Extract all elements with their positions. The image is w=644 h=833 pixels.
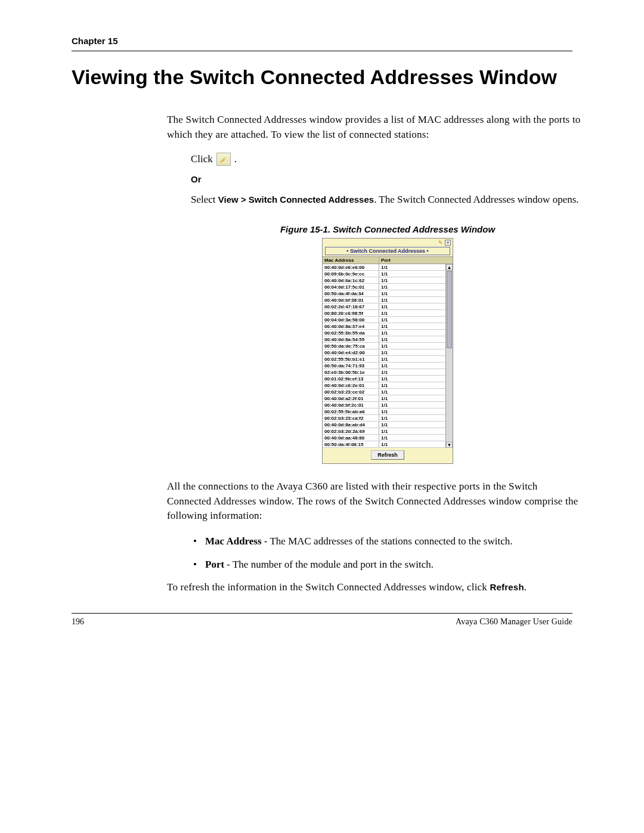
cell-port: 1/1 — [379, 428, 433, 434]
cell-mac: 00:40:0d:8a:37:e4 — [323, 323, 379, 329]
table-row[interactable]: 00:04:0d:17:5c:011/1 — [323, 284, 445, 290]
cell-port: 1/1 — [379, 323, 433, 329]
table-row[interactable]: 00:40:0d:6a:1c:621/1 — [323, 277, 445, 284]
cell-port: 1/1 — [379, 395, 433, 401]
table-row[interactable]: 00:50:da:de:75:ca1/1 — [323, 343, 445, 349]
cell-mac: 00:02:b3:2d:2a:69 — [323, 428, 379, 434]
table-row[interactable]: 00:40:0d:8a:54:551/1 — [323, 336, 445, 343]
table-row[interactable]: 00:09:6b:0c:9e:cc1/1 — [323, 271, 445, 277]
table-row[interactable]: 00:40:0d:c6:2e:011/1 — [323, 382, 445, 389]
cell-mac: 00:50:da:4f:da:34 — [323, 290, 379, 296]
cell-port: 1/1 — [379, 435, 433, 441]
table-row[interactable]: 00:02:55:5b:ab:a61/1 — [323, 408, 445, 415]
page-footer: 196 Avaya C360 Manager User Guide — [72, 617, 572, 627]
figure-caption: Figure 15-1. Switch Connected Addresses … — [191, 224, 584, 234]
menu-path: View > Switch Connected Addresses — [218, 194, 374, 205]
cell-mac: 00:40:0d:6a:1c:62 — [323, 277, 379, 283]
cell-mac: 02:e0:3b:00:5b:1e — [323, 369, 379, 375]
cell-port: 1/1 — [379, 356, 433, 362]
table-row[interactable]: 00:40:0d:8a:ab:d41/1 — [323, 422, 445, 428]
table-row[interactable]: 00:01:02:9b:ef:131/1 — [323, 376, 445, 382]
cell-mac: 00:04:0d:17:5c:01 — [323, 284, 379, 290]
table-row[interactable]: 00:40:0d:8a:37:e41/1 — [323, 323, 445, 330]
window-title-tab: • Switch Connected Addresses • — [325, 247, 450, 255]
table-row[interactable]: 00:40:0d:e4:d2:001/1 — [323, 349, 445, 356]
cell-mac: 00:80:20:c6:98:5f — [323, 310, 379, 316]
scroll-thumb[interactable] — [447, 271, 452, 348]
refresh-suffix: . — [524, 581, 527, 593]
click-instruction: Click . — [191, 153, 584, 166]
cell-port: 1/1 — [379, 402, 433, 408]
table-row[interactable]: 00:50:da:4f:08:151/1 — [323, 441, 445, 448]
bullet-term: Mac Address — [205, 535, 262, 547]
refresh-button[interactable]: Refresh — [371, 450, 404, 460]
cell-mac: 00:50:da:74:71:93 — [323, 363, 379, 368]
table-row[interactable]: 00:02:b3:23:ca:f21/1 — [323, 415, 445, 422]
figure-wrap: ✎ × • Switch Connected Addresses • Mac A… — [191, 238, 584, 464]
cell-mac: 00:04:0d:3a:58:00 — [323, 317, 379, 323]
close-icon[interactable]: × — [445, 240, 451, 246]
cell-mac: 00:40:0d:bf:2c:01 — [323, 402, 379, 408]
table-row[interactable]: 00:02:55:5b:b1:e11/1 — [323, 356, 445, 363]
table-row[interactable]: 00:02:b3:23:ce:021/1 — [323, 389, 445, 395]
cell-mac: 00:40:0d:e6:e6:00 — [323, 264, 379, 270]
table-row[interactable]: 00:40:0d:e6:e6:001/1 — [323, 264, 445, 271]
refresh-bold: Refresh — [490, 582, 524, 592]
table-header: Mac Address Port — [323, 256, 453, 264]
scrollbar[interactable]: ▲ ▼ — [445, 264, 453, 448]
cell-mac: 00:02:b3:23:ce:02 — [323, 389, 379, 395]
table-row[interactable]: 00:04:0d:3a:58:001/1 — [323, 317, 445, 323]
scroll-up-icon[interactable]: ▲ — [446, 264, 453, 270]
cell-mac: 00:01:02:9b:ef:13 — [323, 376, 379, 382]
cell-mac: 00:02:55:5b:ab:a6 — [323, 408, 379, 414]
refresh-paragraph: To refresh the information in the Switch… — [167, 580, 584, 595]
table-row[interactable]: 02:e0:3b:00:5b:1e1/1 — [323, 369, 445, 376]
cell-mac: 00:40:0d:e4:d2:00 — [323, 349, 379, 355]
cell-mac: 00:40:0d:8a:ab:d4 — [323, 422, 379, 428]
col-header-mac[interactable]: Mac Address — [323, 257, 379, 264]
col-header-port[interactable]: Port — [379, 257, 433, 264]
cell-port: 1/1 — [379, 271, 433, 277]
table-row[interactable]: 00:40:0d:bf:2c:011/1 — [323, 402, 445, 408]
cell-port: 1/1 — [379, 317, 433, 323]
header-rule — [72, 51, 572, 51]
cell-port: 1/1 — [379, 310, 433, 316]
cell-mac: 00:02:55:3b:55:da — [323, 330, 379, 336]
cell-port: 1/1 — [379, 382, 433, 388]
refresh-prefix: To refresh the information in the Switch… — [167, 581, 490, 593]
cell-port: 1/1 — [379, 369, 433, 375]
cell-port: 1/1 — [379, 389, 433, 395]
pin-icon[interactable]: ✎ — [438, 240, 444, 246]
table-row[interactable]: 00:80:20:c6:98:5f1/1 — [323, 310, 445, 317]
cell-port: 1/1 — [379, 415, 433, 421]
cell-port: 1/1 — [379, 284, 433, 290]
after-figure-paragraph: All the connections to the Avaya C360 ar… — [167, 479, 584, 524]
cell-port: 1/1 — [379, 349, 433, 355]
refresh-bar: Refresh — [323, 448, 453, 463]
guide-name: Avaya C360 Manager User Guide — [456, 617, 572, 627]
cell-port: 1/1 — [379, 264, 433, 270]
or-label: Or — [191, 174, 584, 184]
cell-mac: 00:40:0d:aa:48:80 — [323, 435, 379, 441]
select-instruction: Select View > Switch Connected Addresses… — [191, 193, 584, 208]
table-row[interactable]: 00:40:0d:aa:48:801/1 — [323, 435, 445, 441]
table-row[interactable]: 00:02:b3:2d:2a:691/1 — [323, 428, 445, 435]
footer-rule — [72, 613, 572, 614]
table-row[interactable]: 00:40:0d:bf:38:011/1 — [323, 297, 445, 304]
cell-mac: 00:02:b3:23:ca:f2 — [323, 415, 379, 421]
table-row[interactable]: 00:02:55:3b:55:da1/1 — [323, 330, 445, 336]
table-row[interactable]: 00:50:da:4f:da:341/1 — [323, 290, 445, 297]
cell-mac: 00:40:0d:bf:38:01 — [323, 297, 379, 303]
cell-port: 1/1 — [379, 336, 433, 342]
cell-port: 1/1 — [379, 441, 433, 447]
cell-port: 1/1 — [379, 343, 433, 349]
table-row[interactable]: 00:40:0d:a2:2f:011/1 — [323, 395, 445, 402]
table-row[interactable]: 00:50:da:74:71:931/1 — [323, 363, 445, 369]
cell-port: 1/1 — [379, 363, 433, 368]
table-row[interactable]: 00:02:2d:47:18:671/1 — [323, 304, 445, 310]
bullet-term: Port — [205, 559, 224, 570]
list-item: Mac Address - The MAC addresses of the s… — [191, 534, 584, 549]
cell-port: 1/1 — [379, 290, 433, 296]
scroll-down-icon[interactable]: ▼ — [446, 442, 453, 448]
cell-mac: 00:50:da:4f:08:15 — [323, 441, 379, 447]
